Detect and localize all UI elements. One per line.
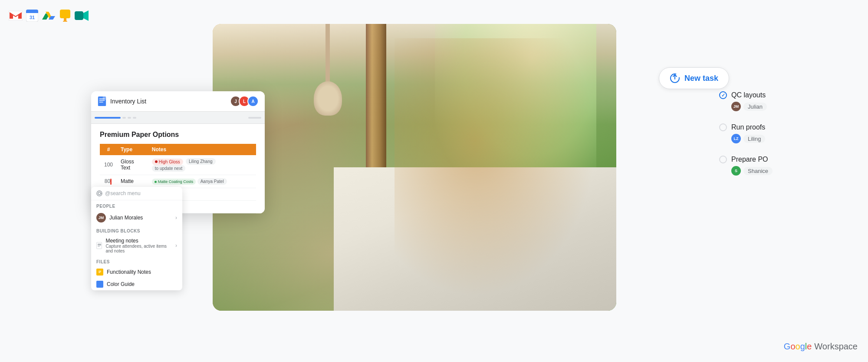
- assignee-name-shanice: Shanice: [743, 167, 773, 175]
- task-checkbox-proofs[interactable]: [719, 123, 727, 131]
- search-dropdown: @search menu PEOPLE JM Julian Morales › …: [91, 187, 182, 290]
- row-notes: Matte Coating Costs Aanya Patel: [148, 175, 256, 188]
- row-num: 100: [100, 155, 117, 175]
- svg-text:31: 31: [30, 15, 35, 20]
- google-text: Google: [784, 342, 812, 352]
- tag-aanyapatel: Aanya Patel: [197, 178, 227, 185]
- doc-toolbar: [91, 112, 265, 124]
- doc-header: Inventory List J L A: [91, 91, 265, 112]
- col-num: #: [100, 144, 117, 155]
- person-julian[interactable]: JM Julian Morales ›: [91, 210, 182, 225]
- chevron-icon: ›: [175, 215, 177, 221]
- keep-icon[interactable]: [58, 9, 72, 23]
- row-num: 80: [100, 175, 117, 188]
- file-functionality-name: Functionality Notes: [107, 269, 151, 275]
- drive-icon[interactable]: [42, 9, 56, 23]
- google-workspace-branding: Google Workspace: [784, 342, 858, 352]
- new-task-label: New task: [684, 74, 718, 83]
- svg-rect-8: [60, 10, 70, 18]
- julian-name: Julian Morales: [109, 215, 143, 221]
- at-icon: [96, 190, 102, 196]
- block-name: Meeting notes: [105, 238, 172, 244]
- task-name-po: Prepare PO: [731, 156, 768, 163]
- docs-icon: [97, 96, 107, 106]
- task-list: QC layouts JM Julian Run proofs LZ Lilin…: [719, 91, 773, 176]
- svg-rect-3: [26, 11, 38, 13]
- block-meeting-notes[interactable]: Meeting notes Capture attendees, active …: [91, 235, 182, 256]
- row-notes: High Gloss Liling Zhang to update next: [148, 155, 256, 175]
- svg-rect-15: [99, 100, 105, 101]
- background-photo: [213, 24, 616, 311]
- svg-rect-17: [103, 96, 106, 100]
- search-placeholder: @search menu: [105, 190, 141, 196]
- section-people: PEOPLE: [91, 200, 182, 210]
- avatar-3: A: [247, 96, 259, 107]
- file-functionality[interactable]: Functionality Notes: [91, 266, 182, 278]
- assignee-name-liling: Liling: [743, 135, 765, 143]
- svg-rect-10: [63, 21, 67, 22]
- tag-highgloss: High Gloss: [152, 159, 183, 165]
- svg-rect-11: [75, 11, 83, 20]
- file-colorguide[interactable]: Color Guide: [91, 278, 182, 290]
- task-checkbox-qc[interactable]: [719, 91, 727, 99]
- calendar-icon[interactable]: 31: [25, 9, 39, 23]
- svg-rect-9: [64, 18, 66, 21]
- meet-icon[interactable]: [75, 9, 89, 23]
- svg-marker-12: [83, 10, 89, 21]
- doc-title: Inventory List: [110, 98, 146, 105]
- app-toolbar: 31: [9, 9, 89, 23]
- task-assignee-qc: JM Julian: [731, 102, 773, 111]
- svg-rect-27: [99, 272, 100, 273]
- task-item-po: Prepare PO S Shanice: [719, 156, 773, 176]
- file-colorguide-name: Color Guide: [107, 281, 135, 287]
- new-task-button[interactable]: New task: [659, 67, 729, 89]
- file-yellow-icon: [96, 269, 103, 276]
- svg-point-19: [98, 192, 101, 195]
- assignee-avatar-julian: JM: [731, 102, 741, 111]
- workspace-text: Workspace: [814, 342, 858, 352]
- svg-rect-25: [99, 271, 101, 271]
- task-item-proofs: Run proofs LZ Liling: [719, 123, 773, 143]
- row-type: Gloss Text: [117, 155, 148, 175]
- col-notes: Notes: [148, 144, 256, 155]
- tag-mattecoating: Matte Coating Costs: [152, 179, 196, 185]
- search-input-row: @search menu: [91, 187, 182, 200]
- section-files: FILES: [91, 256, 182, 266]
- doc-heading: Premium Paper Options: [100, 131, 256, 139]
- chevron-icon: ›: [175, 242, 177, 249]
- julian-avatar: JM: [96, 213, 106, 223]
- task-assignee-proofs: LZ Liling: [731, 134, 773, 143]
- row-type: Matte: [117, 175, 148, 188]
- gmail-icon[interactable]: [9, 9, 23, 23]
- svg-rect-16: [99, 102, 103, 103]
- col-type: Type: [117, 144, 148, 155]
- assignee-avatar-liling: LZ: [731, 134, 741, 143]
- new-task-icon: [670, 73, 680, 83]
- tag-lilingzhang: Liling Zhang: [186, 158, 215, 165]
- task-checkbox-po[interactable]: [719, 156, 727, 163]
- task-assignee-po: S Shanice: [731, 166, 773, 176]
- file-blue-icon: [96, 281, 103, 288]
- doc-avatars: J L A: [230, 96, 259, 107]
- tag-updatenext: to update next: [152, 165, 185, 172]
- table-row: 80 Matte Matte Coating Costs Aanya Patel: [100, 175, 256, 188]
- table-row: 100 Gloss Text High Gloss Liling Zhang t…: [100, 155, 256, 175]
- block-subtext: Capture attendees, active items and note…: [105, 244, 172, 253]
- task-name-qc: QC layouts: [731, 91, 766, 99]
- svg-rect-23: [98, 246, 100, 247]
- task-item-qc: QC layouts JM Julian: [719, 91, 773, 111]
- task-name-proofs: Run proofs: [731, 123, 765, 131]
- assignee-avatar-shanice: S: [731, 166, 741, 176]
- svg-rect-22: [98, 245, 101, 246]
- assignee-name-julian: Julian: [743, 103, 767, 111]
- block-icon: [96, 242, 102, 249]
- svg-rect-26: [99, 272, 101, 272]
- svg-rect-21: [98, 244, 101, 245]
- section-building-blocks: BUILDING BLOCKS: [91, 225, 182, 235]
- red-bar-indicator: [110, 179, 112, 185]
